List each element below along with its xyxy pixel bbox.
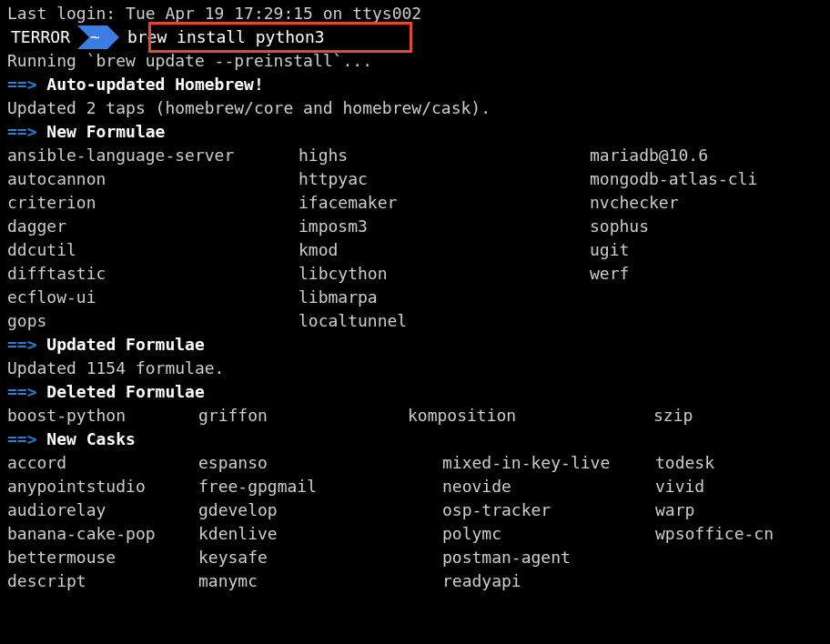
list-item: gdevelop bbox=[198, 498, 442, 522]
list-row: banana-cake-popkdenlivepolymcwpsoffice-c… bbox=[7, 522, 823, 546]
list-row: audiorelaygdeveloposp-trackerwarp bbox=[7, 498, 823, 522]
list-item: bettermouse bbox=[7, 546, 198, 569]
list-item: localtunnel bbox=[299, 309, 590, 333]
list-row: ddcutilkmodugit bbox=[7, 238, 823, 262]
list-item: highs bbox=[299, 144, 590, 167]
list-item: szip bbox=[653, 404, 823, 428]
updated-formulae-label: Updated Formulae bbox=[46, 335, 204, 354]
list-row: daggerimposm3sophus bbox=[7, 215, 823, 238]
list-item: boost-python bbox=[7, 404, 198, 428]
list-item: postman-agent bbox=[442, 546, 655, 569]
list-item: osp-tracker bbox=[442, 498, 655, 522]
new-formulae-grid: ansible-language-serverhighsmariadb@10.6… bbox=[7, 144, 823, 333]
list-row: criterionifacemakernvchecker bbox=[7, 191, 823, 215]
list-item: werf bbox=[590, 262, 823, 286]
list-item: ansible-language-server bbox=[7, 144, 299, 167]
list-item: mixed-in-key-live bbox=[442, 451, 655, 475]
list-row: difftasticlibcythonwerf bbox=[7, 262, 823, 286]
list-row: autocannonhttpyacmongodb-atlas-cli bbox=[7, 167, 823, 191]
list-item: todesk bbox=[655, 451, 823, 475]
list-item: warp bbox=[655, 498, 823, 522]
arrow-icon: ==> bbox=[7, 122, 37, 141]
list-row: anypointstudiofree-gpgmailneovidevivid bbox=[7, 475, 823, 498]
section-deleted-formulae: ==> Deleted Formulae bbox=[7, 380, 823, 404]
list-item bbox=[655, 569, 823, 593]
prompt-host: TERROR bbox=[7, 25, 79, 49]
list-item: libmarpa bbox=[299, 286, 590, 309]
list-item: gops bbox=[7, 309, 299, 333]
arrow-icon: ==> bbox=[7, 382, 37, 401]
list-item: kdenlive bbox=[198, 522, 442, 546]
list-item: manymc bbox=[198, 569, 442, 593]
prompt-command[interactable]: brew install python3 bbox=[127, 25, 325, 49]
list-item: neovide bbox=[442, 475, 655, 498]
list-item: anypointstudio bbox=[7, 475, 198, 498]
list-item: wpsoffice-cn bbox=[655, 522, 823, 546]
list-item: espanso bbox=[198, 451, 442, 475]
new-casks-label: New Casks bbox=[46, 429, 136, 448]
prompt-line[interactable]: TERROR ~ brew install python3 bbox=[7, 25, 823, 49]
last-login-line: Last login: Tue Apr 19 17:29:15 on ttys0… bbox=[7, 2, 823, 25]
auto-updated-label: Auto-updated Homebrew! bbox=[46, 75, 263, 94]
section-auto-updated: ==> Auto-updated Homebrew! bbox=[7, 73, 823, 96]
list-row: boost-pythongriffonkompositionszip bbox=[7, 404, 823, 428]
list-item bbox=[590, 309, 823, 333]
list-item: ugit bbox=[590, 238, 823, 262]
list-item: libcython bbox=[299, 262, 590, 286]
updated-taps-line: Updated 2 taps (homebrew/core and homebr… bbox=[7, 96, 823, 120]
list-item: difftastic bbox=[7, 262, 299, 286]
list-item: criterion bbox=[7, 191, 299, 215]
prompt-cwd-segment: ~ bbox=[77, 25, 107, 49]
list-item: readyapi bbox=[442, 569, 655, 593]
new-casks-grid: accordespansomixed-in-key-livetodeskanyp… bbox=[7, 451, 823, 593]
list-item: keysafe bbox=[198, 546, 442, 569]
list-item: ddcutil bbox=[7, 238, 299, 262]
arrow-icon: ==> bbox=[7, 75, 37, 94]
list-item: nvchecker bbox=[590, 191, 823, 215]
section-new-formulae: ==> New Formulae bbox=[7, 120, 823, 144]
list-item: mariadb@10.6 bbox=[590, 144, 823, 167]
list-row: gopslocaltunnel bbox=[7, 309, 823, 333]
deleted-formulae-grid: boost-pythongriffonkompositionszip bbox=[7, 404, 823, 428]
new-formulae-label: New Formulae bbox=[46, 122, 165, 141]
list-row: bettermousekeysafepostman-agent bbox=[7, 546, 823, 569]
list-item: sophus bbox=[590, 215, 823, 238]
list-item: kmod bbox=[299, 238, 590, 262]
running-line: Running `brew update --preinstall`... bbox=[7, 49, 823, 73]
list-item: polymc bbox=[442, 522, 655, 546]
list-item: ifacemaker bbox=[299, 191, 590, 215]
list-item: mongodb-atlas-cli bbox=[590, 167, 823, 191]
list-item: httpyac bbox=[299, 167, 590, 191]
list-item: audiorelay bbox=[7, 498, 198, 522]
deleted-formulae-label: Deleted Formulae bbox=[46, 382, 204, 401]
list-row: descriptmanymcreadyapi bbox=[7, 569, 823, 593]
list-row: ecflow-uilibmarpa bbox=[7, 286, 823, 309]
section-updated-formulae: ==> Updated Formulae bbox=[7, 333, 823, 357]
arrow-icon: ==> bbox=[7, 429, 37, 448]
arrow-icon: ==> bbox=[7, 335, 37, 354]
list-item: descript bbox=[7, 569, 198, 593]
list-item: dagger bbox=[7, 215, 299, 238]
list-item: komposition bbox=[408, 404, 653, 428]
list-item: griffon bbox=[198, 404, 408, 428]
list-item bbox=[590, 286, 823, 309]
list-row: ansible-language-serverhighsmariadb@10.6 bbox=[7, 144, 823, 167]
list-row: accordespansomixed-in-key-livetodesk bbox=[7, 451, 823, 475]
list-item: vivid bbox=[655, 475, 823, 498]
list-item: autocannon bbox=[7, 167, 299, 191]
list-item: ecflow-ui bbox=[7, 286, 299, 309]
list-item: imposm3 bbox=[299, 215, 590, 238]
updated-count-line: Updated 1154 formulae. bbox=[7, 357, 823, 380]
prompt-cwd: ~ bbox=[90, 25, 100, 49]
list-item: accord bbox=[7, 451, 198, 475]
list-item: free-gpgmail bbox=[198, 475, 442, 498]
list-item: banana-cake-pop bbox=[7, 522, 198, 546]
list-item bbox=[655, 546, 823, 569]
section-new-casks: ==> New Casks bbox=[7, 428, 823, 451]
